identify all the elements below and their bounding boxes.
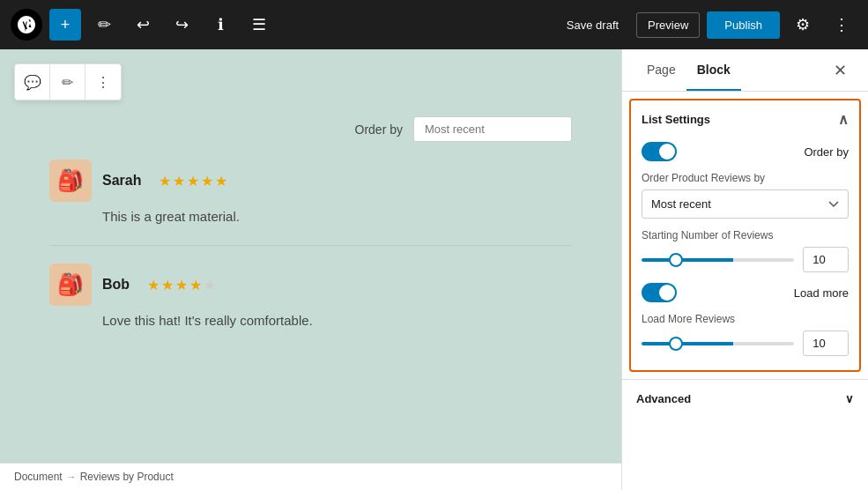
info-icon[interactable]: ℹ: [204, 9, 236, 41]
reviewer-name: Bob: [102, 277, 130, 293]
redo-button[interactable]: ↪: [166, 9, 197, 41]
tab-page[interactable]: Page: [636, 50, 686, 91]
publish-button[interactable]: Publish: [707, 11, 780, 39]
list-view-icon[interactable]: ☰: [243, 9, 275, 41]
close-sidebar-button[interactable]: ✕: [826, 56, 854, 85]
star-4: ★: [189, 277, 202, 293]
starting-number-input[interactable]: 10: [803, 247, 849, 272]
star-3: ★: [187, 173, 199, 189]
save-draft-button[interactable]: Save draft: [556, 13, 629, 37]
toggle-knob: [659, 285, 675, 301]
breadcrumb: Document → Reviews by Product: [0, 463, 621, 490]
add-block-button[interactable]: +: [49, 9, 81, 41]
review-text: Love this hat! It's really comfortable.: [102, 313, 572, 328]
stars: ★ ★ ★ ★ ★: [147, 277, 216, 293]
starting-number-slider-row: 10: [642, 247, 849, 272]
tab-block[interactable]: Block: [686, 50, 741, 91]
avatar: 🎒: [49, 264, 92, 306]
toolbar: + ✏ ↩ ↪ ℹ ☰ Save draft Preview Publish ⚙…: [0, 0, 868, 49]
review-header: 🎒 Sarah ★ ★ ★ ★ ★: [49, 160, 572, 202]
reviewer-name: Sarah: [102, 173, 141, 189]
avatar-bag-icon: 🎒: [57, 272, 84, 297]
edit-icon[interactable]: ✏: [88, 9, 120, 41]
main-area: 💬 ✏ ⋮ Order by 🎒 Sarah ★ ★: [0, 49, 868, 490]
comment-icon[interactable]: 💬: [15, 64, 50, 100]
order-by-setting-row: Order by: [642, 142, 849, 161]
star-1: ★: [147, 277, 160, 293]
load-more-toggle-label: Load more: [794, 286, 849, 300]
review-text: This is a great material.: [102, 209, 572, 224]
breadcrumb-document[interactable]: Document: [14, 471, 63, 483]
sidebar: Page Block ✕ List Settings ∧ Order by Or…: [621, 49, 868, 490]
order-by-select[interactable]: [413, 116, 572, 142]
toolbar-right: Save draft Preview Publish ⚙ ⋮: [556, 9, 857, 41]
more-options-button[interactable]: ⋮: [826, 9, 857, 41]
avatar: 🎒: [49, 160, 92, 202]
load-more-input[interactable]: 10: [803, 330, 849, 356]
advanced-label: Advanced: [636, 392, 691, 405]
content-area: Order by 🎒 Sarah ★ ★ ★ ★ ★: [14, 63, 607, 367]
chevron-up-icon: ∧: [838, 111, 849, 128]
panel-header[interactable]: List Settings ∧: [631, 100, 859, 138]
editor-area: 💬 ✏ ⋮ Order by 🎒 Sarah ★ ★: [0, 49, 621, 490]
settings-button[interactable]: ⚙: [787, 9, 819, 41]
order-by-toggle[interactable]: [642, 142, 677, 161]
more-block-options-icon[interactable]: ⋮: [85, 64, 121, 100]
preview-button[interactable]: Preview: [636, 12, 700, 38]
star-1: ★: [159, 173, 171, 189]
order-by-label: Order by: [355, 122, 403, 137]
wp-logo[interactable]: [11, 9, 42, 41]
starting-number-slider[interactable]: [642, 258, 794, 262]
star-5: ★: [204, 277, 216, 293]
breadcrumb-arrow: →: [66, 471, 77, 483]
panel-title: List Settings: [642, 113, 710, 126]
divider: [49, 245, 572, 246]
sidebar-tabs: Page Block ✕: [622, 49, 868, 92]
list-settings-panel: List Settings ∧ Order by Order Product R…: [629, 99, 861, 372]
review-item: 🎒 Bob ★ ★ ★ ★ ★ Love this hat! It's real…: [49, 264, 572, 328]
star-5: ★: [215, 173, 227, 189]
star-3: ★: [175, 277, 188, 293]
load-more-toggle[interactable]: [642, 283, 677, 302]
load-more-setting-row: Load more: [642, 283, 849, 302]
star-4: ★: [201, 173, 213, 189]
order-product-label: Order Product Reviews by: [642, 172, 849, 184]
block-toolbar: 💬 ✏ ⋮: [14, 63, 122, 100]
load-more-slider[interactable]: [642, 342, 794, 345]
star-2: ★: [173, 173, 185, 189]
edit-block-icon[interactable]: ✏: [50, 64, 85, 100]
panel-content: Order by Order Product Reviews by Most r…: [631, 142, 859, 370]
toggle-knob: [659, 144, 675, 160]
load-more-slider-row: 10: [642, 330, 849, 356]
load-more-reviews-label: Load More Reviews: [642, 313, 849, 325]
star-2: ★: [161, 277, 174, 293]
avatar-bag-icon: 🎒: [57, 168, 84, 193]
review-header: 🎒 Bob ★ ★ ★ ★ ★: [49, 264, 572, 306]
order-by-toggle-label: Order by: [804, 145, 849, 159]
breadcrumb-page[interactable]: Reviews by Product: [80, 471, 174, 483]
order-product-select[interactable]: Most recent Oldest Highest rated Lowest …: [642, 189, 849, 219]
advanced-panel[interactable]: Advanced ∨: [622, 379, 868, 418]
stars: ★ ★ ★ ★ ★: [159, 173, 227, 189]
chevron-down-icon: ∨: [845, 392, 854, 405]
undo-button[interactable]: ↩: [127, 9, 159, 41]
review-item: 🎒 Sarah ★ ★ ★ ★ ★ This is a great materi…: [49, 160, 572, 224]
order-by-row: Order by: [49, 116, 572, 142]
starting-number-label: Starting Number of Reviews: [642, 229, 849, 241]
